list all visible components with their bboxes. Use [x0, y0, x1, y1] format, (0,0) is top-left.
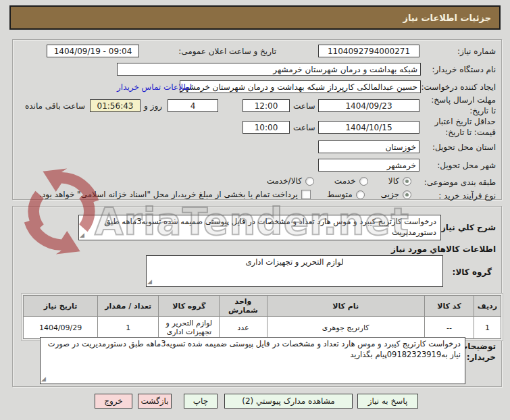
- radio-label: خدمت: [334, 176, 356, 186]
- deadline-date-field[interactable]: 1404/09/23: [318, 99, 419, 112]
- city-label: شهر محل تحویل:: [437, 161, 496, 170]
- col-goods-group: گروه کالا: [159, 296, 220, 317]
- page-title-text: جزئیات اطلاعات نیاز: [403, 13, 491, 23]
- process-type-label: نوع فرآیند خرید :: [438, 191, 496, 201]
- col-unit: واحد شمارش: [220, 296, 267, 317]
- need-description-value: درخواست کارتریج کیبرد و موس هارد تعداد و…: [105, 217, 437, 237]
- buyer-org-label: نام دستگاه خریدار:: [432, 65, 496, 74]
- buyer-notes-value: درخواست کارتریج کیبرد و موس هارد تعداد و…: [48, 339, 461, 359]
- radio-option-goods[interactable]: کالا: [388, 176, 411, 186]
- need-description-label: شرح کلي نیاز:: [438, 223, 496, 232]
- deadline-time-field[interactable]: 12:00: [243, 99, 290, 112]
- announce-field[interactable]: 1404/09/19 - 09:04: [47, 45, 139, 57]
- days-and-label: روز و: [144, 101, 162, 111]
- price-validity-time-value: 10:00: [255, 123, 278, 132]
- price-validity-hour-label: ساعت: [293, 123, 315, 132]
- city-value: خرمشهر: [387, 161, 416, 170]
- col-quantity: تعداد / مقدار: [98, 296, 159, 317]
- process-type-radio-group: جزیی متوسط پرداخت تمام یا بخشی از مبلغ خ…: [39, 190, 411, 199]
- table-row[interactable]: 1 -- کارتریج جوهری عدد لوازم التحریر و ت…: [24, 317, 501, 339]
- creator-label: ایجاد کننده درخواست:: [421, 82, 496, 92]
- radio-icon[interactable]: [356, 190, 365, 199]
- city-field[interactable]: خرمشهر: [318, 159, 419, 172]
- back-button[interactable]: بازگشت: [138, 394, 172, 409]
- col-need-date: تاریخ نیاز: [24, 296, 98, 317]
- page-title: جزئیات اطلاعات نیاز: [9, 5, 501, 30]
- radio-option-goods-service[interactable]: کالا/خدمت: [267, 176, 314, 186]
- announce-label: تاریخ و ساعت اعلان عمومی:: [178, 47, 276, 56]
- radio-option-medium[interactable]: متوسط: [327, 190, 365, 199]
- cell-goods-name: کارتریج جوهری: [267, 317, 424, 339]
- print-button[interactable]: چاپ: [184, 394, 218, 409]
- radio-icon[interactable]: [403, 177, 411, 186]
- remaining-days-value: 4: [190, 101, 196, 111]
- resize-handle-icon: ◢: [80, 231, 84, 239]
- radio-option-minor[interactable]: جزیی: [381, 190, 411, 199]
- classification-radio-group: کالا خدمت کالا/خدمت: [267, 176, 411, 186]
- cell-goods-group: لوازم التحریر و تجهیزات اداری: [159, 317, 220, 339]
- need-details-window: جزئیات اطلاعات نیاز شماره نیاز: 11040927…: [0, 0, 510, 420]
- province-field[interactable]: خوزستان: [318, 140, 419, 153]
- goods-table-container: ردیف کد کالا نام کالا واحد شمارش گروه کا…: [21, 293, 503, 341]
- table-header-row: ردیف کد کالا نام کالا واحد شمارش گروه کا…: [24, 296, 501, 317]
- price-validity-label: حداقل تاریخ اعتبار قیمت: تا تاریخ:: [424, 117, 496, 138]
- cell-need-date: 1404/09/29: [24, 317, 98, 339]
- radio-label: کالا: [388, 176, 399, 186]
- deadline-label: مهلت ارسال پاسخ: تا تاریخ:: [424, 95, 496, 116]
- price-validity-date-value: 1404/10/15: [345, 123, 392, 132]
- resize-handle-icon: ◢: [147, 278, 152, 286]
- price-validity-date-field[interactable]: 1404/10/15: [318, 121, 419, 134]
- goods-info-panel: شرح کلي نیاز: درخواست کارتریج کیبرد و مو…: [12, 206, 502, 387]
- classification-label: طبقه بندی موضوعی:: [424, 178, 496, 187]
- radio-option-service[interactable]: خدمت: [334, 176, 368, 186]
- radio-icon[interactable]: [305, 177, 314, 186]
- respond-to-need-button[interactable]: پاسخ به نیاز: [357, 394, 418, 409]
- col-goods-name: نام کالا: [267, 296, 424, 317]
- creator-field[interactable]: حسین عبدالمالکی کارپرداز شبکه بهداشت و د…: [180, 80, 421, 93]
- radio-icon[interactable]: [359, 177, 368, 186]
- need-number-value: 1104092794000271: [328, 47, 410, 56]
- need-info-panel: شماره نیاز: 1104092794000271 تاریخ و ساع…: [12, 39, 502, 200]
- deadline-hour-label: ساعت: [293, 101, 315, 111]
- goods-table: ردیف کد کالا نام کالا واحد شمارش گروه کا…: [23, 295, 501, 339]
- cell-row-index: 1: [474, 317, 501, 339]
- view-attached-docs-button[interactable]: مشاهده مدارک پیوستي (2): [224, 394, 353, 409]
- treasury-checkbox-icon[interactable]: [301, 190, 311, 199]
- countdown-value: 01:56:43: [97, 101, 134, 111]
- need-number-label: شماره نیاز:: [457, 47, 496, 56]
- goods-section-header: اطلاعات کالاهاي مورد نیاز: [391, 244, 496, 254]
- goods-group-label: گروه کالا:: [453, 267, 492, 277]
- radio-label: جزیی: [381, 190, 399, 199]
- need-number-field[interactable]: 1104092794000271: [318, 45, 419, 57]
- treasury-checkbox-label: پرداخت تمام یا بخشی از مبلغ خرید،از محل …: [39, 190, 298, 199]
- province-label: استان محل تحویل:: [432, 142, 496, 152]
- cell-unit: عدد: [220, 317, 267, 339]
- creator-value: حسین عبدالمالکی کارپرداز شبکه بهداشت و د…: [180, 82, 417, 92]
- goods-group-textarea[interactable]: لوازم التحریر و تجهیزات اداری ◢: [146, 255, 443, 287]
- resize-handle-icon: ◢: [41, 375, 46, 383]
- province-value: خوزستان: [385, 142, 416, 152]
- deadline-time-value: 12:00: [255, 101, 278, 111]
- announce-value: 1404/09/19 - 09:04: [54, 47, 132, 56]
- buyer-contact-link[interactable]: اطلاعات تماس خریدار: [117, 82, 192, 92]
- remaining-days-field[interactable]: 4: [168, 99, 218, 112]
- price-validity-time-field[interactable]: 10:00: [243, 121, 290, 134]
- buyer-notes-textarea[interactable]: درخواست کارتریج کیبرد و موس هارد تعداد و…: [40, 337, 465, 384]
- buyer-org-field[interactable]: شبکه بهداشت و درمان شهرستان خرمشهر: [117, 63, 421, 76]
- radio-label: کالا/خدمت: [267, 176, 302, 186]
- need-description-textarea[interactable]: درخواست کارتریج کیبرد و موس هارد تعداد و…: [78, 215, 441, 240]
- cell-goods-code: --: [424, 317, 474, 339]
- goods-group-value: لوازم التحریر و تجهیزات اداری: [246, 257, 344, 267]
- exit-button[interactable]: خروج: [95, 394, 132, 409]
- col-goods-code: کد کالا: [424, 296, 474, 317]
- buyer-org-value: شبکه بهداشت و درمان شهرستان خرمشهر: [273, 65, 417, 74]
- radio-icon[interactable]: [403, 190, 411, 199]
- col-row-index: ردیف: [474, 296, 501, 317]
- hours-remaining-label: ساعت باقی مانده: [25, 101, 85, 111]
- cell-quantity: 1: [98, 317, 159, 339]
- countdown-field: 01:56:43: [90, 99, 141, 112]
- treasury-checkbox-item[interactable]: پرداخت تمام یا بخشی از مبلغ خرید،از محل …: [39, 190, 311, 199]
- radio-label: متوسط: [327, 190, 353, 199]
- deadline-date-value: 1404/09/23: [345, 101, 392, 111]
